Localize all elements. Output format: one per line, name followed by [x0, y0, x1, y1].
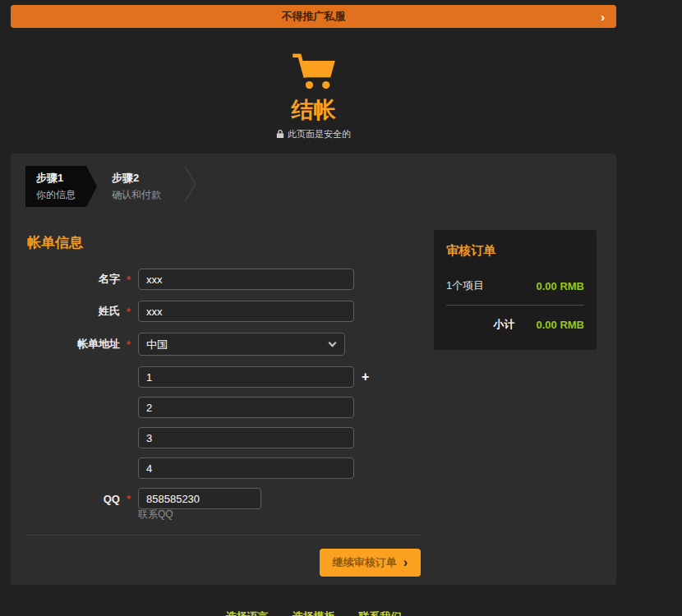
step-wizard: 步骤1 你的信息 步骤2 确认和付款 [25, 166, 600, 207]
order-item-label: 1个项目 [446, 278, 484, 293]
language-menu-label: 选择语言 [225, 609, 268, 616]
subtotal-label: 小计 [493, 317, 514, 332]
order-summary-divider [446, 305, 584, 306]
step-number: 步骤1 [36, 171, 76, 186]
lock-icon [276, 129, 284, 140]
chevron-right-icon: › [403, 556, 408, 569]
qq-help-row: 联系QQ [25, 508, 421, 522]
shopping-cart-icon [291, 53, 337, 90]
billing-form: 帐单信息 名字 * 姓氏 * [25, 230, 421, 577]
qq-input[interactable] [138, 488, 261, 509]
step-separator-chevron-icon [184, 166, 197, 207]
order-summary-title: 审核订单 [446, 243, 584, 259]
subtotal-amount: 0.00 RMB [536, 319, 584, 331]
address-line-4-input[interactable] [138, 457, 354, 479]
billing-address-row: 帐单地址 * 中国 [25, 333, 421, 356]
notice-banner[interactable]: 不得推广私服 › [11, 5, 616, 28]
subtotal-row: 小计 0.00 RMB [446, 317, 584, 332]
step-label: 你的信息 [36, 188, 76, 202]
caret-down-icon: ▾ [271, 613, 275, 616]
required-marker: * [127, 274, 131, 286]
required-marker: * [127, 493, 131, 505]
theme-menu[interactable]: 选择模板 ▾ [293, 609, 343, 616]
theme-menu-label: 选择模板 [293, 609, 335, 616]
footer-links: 选择语言 ▾ 选择模板 ▾ 联系我们 [11, 609, 616, 616]
step-2-confirm-pay: 步骤2 确认和付款 [97, 166, 176, 207]
first-name-input[interactable] [138, 269, 354, 290]
add-address-line-button[interactable]: + [362, 370, 369, 384]
step-1-your-info[interactable]: 步骤1 你的信息 [25, 166, 97, 207]
continue-button-label: 继续审核订单 [333, 555, 397, 570]
last-name-label: 姓氏 [99, 304, 120, 319]
order-item-amount: 0.00 RMB [536, 280, 584, 292]
last-name-input[interactable] [138, 301, 354, 322]
caret-down-icon: ▾ [339, 613, 343, 616]
address-line-1-input[interactable] [138, 366, 354, 388]
page: 不得推广私服 › 结帐 此页面是安全的 [11, 5, 616, 616]
footer: 选择语言 ▾ 选择模板 ▾ 联系我们 © 2020 方舟中文论坛 | 京ICP备… [11, 609, 616, 616]
language-menu[interactable]: 选择语言 ▾ [225, 609, 275, 616]
billing-form-title: 帐单信息 [27, 233, 421, 252]
last-name-row: 姓氏 * [25, 301, 421, 322]
continue-review-order-button[interactable]: 继续审核订单 › [320, 549, 421, 577]
step-number: 步骤2 [112, 171, 161, 186]
country-select[interactable]: 中国 [138, 333, 345, 356]
billing-address-label: 帐单地址 [77, 337, 120, 352]
checkout-header: 结帐 此页面是安全的 [11, 53, 616, 140]
address-line-row [25, 457, 421, 479]
order-item-row: 1个项目 0.00 RMB [446, 278, 584, 293]
qq-row: QQ * [25, 488, 421, 509]
qq-label: QQ [104, 493, 120, 505]
step-label: 确认和付款 [112, 188, 161, 202]
required-marker: * [127, 306, 131, 318]
form-divider [25, 535, 421, 536]
first-name-label: 名字 [99, 272, 120, 287]
address-line-2-input[interactable] [138, 397, 354, 418]
qq-help-text: 联系QQ [138, 508, 173, 522]
required-marker: * [127, 338, 131, 351]
contact-us-label: 联系我们 [359, 609, 402, 616]
secure-note: 此页面是安全的 [11, 128, 616, 140]
address-line-3-input[interactable] [138, 427, 354, 448]
address-line-row [25, 397, 421, 418]
address-line-row [25, 427, 421, 448]
checkout-panel: 步骤1 你的信息 步骤2 确认和付款 帐单信息 名字 * [11, 154, 616, 585]
secure-note-label: 此页面是安全的 [288, 128, 351, 140]
chevron-right-icon: › [601, 11, 605, 23]
page-title: 结帐 [11, 95, 616, 125]
address-line-row: + [25, 366, 421, 388]
contact-us-link[interactable]: 联系我们 [359, 609, 402, 616]
notice-banner-label: 不得推广私服 [282, 9, 346, 24]
first-name-row: 名字 * [25, 269, 421, 290]
order-summary-panel: 审核订单 1个项目 0.00 RMB 小计 0.00 RMB [434, 230, 597, 350]
